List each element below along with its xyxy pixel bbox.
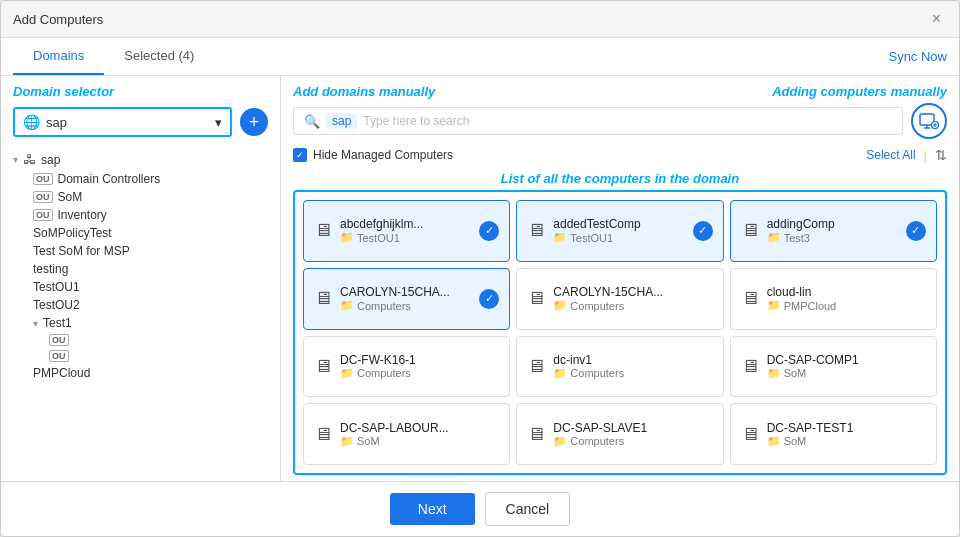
tree-node-test1[interactable]: ▾ Test1 bbox=[29, 314, 280, 332]
select-all-row: Select All | ⇅ bbox=[866, 147, 947, 163]
tree-area: ▾ 🖧 sap OU Domain Controllers OU SoM bbox=[1, 145, 280, 481]
comp-name: dc-inv1 bbox=[553, 353, 712, 367]
plus-icon: + bbox=[249, 113, 260, 131]
computer-card-dc-sap-comp1[interactable]: 🖥 DC-SAP-COMP1 📁SoM bbox=[730, 336, 937, 398]
tabs-row: Domains Selected (4) Sync Now bbox=[1, 38, 959, 76]
folder-icon: 📁 bbox=[767, 299, 781, 312]
left-panel: Domain selector 🌐 sap ▾ + ▾ 🖧 bbox=[1, 76, 281, 481]
comp-name: DC-SAP-LABOUR... bbox=[340, 421, 499, 435]
hide-managed-checkbox[interactable]: ✓ bbox=[293, 148, 307, 162]
comp-ou: 📁Computers bbox=[553, 435, 712, 448]
folder-icon: 📁 bbox=[340, 231, 354, 244]
tree-node-sompolicytest[interactable]: SoMPolicyTest bbox=[29, 224, 280, 242]
tree-node-testou2[interactable]: TestOU2 bbox=[29, 296, 280, 314]
tree-node-inventory[interactable]: OU Inventory bbox=[29, 206, 280, 224]
add-computers-dialog: Add Computers × Domains Selected (4) Syn… bbox=[0, 0, 960, 537]
search-row: 🔍 sap Type here to search bbox=[281, 99, 959, 145]
tree-expand-icon: ▾ bbox=[13, 154, 18, 165]
tree-node-pmpcloud[interactable]: PMPCloud bbox=[29, 364, 280, 382]
comp-ou: 📁TestOU1 bbox=[340, 231, 471, 244]
tree-root-node[interactable]: ▾ 🖧 sap bbox=[13, 149, 280, 170]
domain-select-value: sap bbox=[46, 115, 67, 130]
tree-node-test1-child1[interactable]: OU bbox=[45, 332, 280, 348]
dialog-title: Add Computers bbox=[13, 12, 103, 27]
dialog-footer: Next Cancel bbox=[1, 481, 959, 536]
folder-icon: 📁 bbox=[340, 299, 354, 312]
tree-node-som[interactable]: OU SoM bbox=[29, 188, 280, 206]
search-box: 🔍 sap Type here to search bbox=[293, 107, 903, 135]
tree-children: OU Domain Controllers OU SoM OU Inventor… bbox=[29, 170, 280, 382]
search-tag: sap bbox=[326, 113, 357, 129]
domain-select-dropdown[interactable]: 🌐 sap ▾ bbox=[13, 107, 232, 137]
folder-icon: 📁 bbox=[553, 231, 567, 244]
add-domains-manually-label: Add domains manually bbox=[293, 84, 435, 99]
computer-card-dc-sap-slave1[interactable]: 🖥 DC-SAP-SLAVE1 📁Computers bbox=[516, 403, 723, 465]
computer-card-dc-sap-labour[interactable]: 🖥 DC-SAP-LABOUR... 📁SoM bbox=[303, 403, 510, 465]
comp-ou: 📁SoM bbox=[767, 435, 926, 448]
tree-node-test1-child2[interactable]: OU bbox=[45, 348, 280, 364]
close-button[interactable]: × bbox=[926, 9, 947, 29]
comp-name: addedTestComp bbox=[553, 217, 684, 231]
sync-now-button[interactable]: Sync Now bbox=[888, 49, 947, 64]
tree-node-testou1[interactable]: TestOU1 bbox=[29, 278, 280, 296]
next-button[interactable]: Next bbox=[390, 493, 475, 525]
computer-icon: 🖥 bbox=[314, 356, 332, 377]
computer-icon: 🖥 bbox=[527, 220, 545, 241]
sort-icon[interactable]: ⇅ bbox=[935, 147, 947, 163]
comp-name: DC-SAP-COMP1 bbox=[767, 353, 926, 367]
folder-icon: 📁 bbox=[340, 435, 354, 448]
right-panel: Add domains manually Adding computers ma… bbox=[281, 76, 959, 481]
tree-node-testing[interactable]: testing bbox=[29, 260, 280, 278]
tabs: Domains Selected (4) bbox=[13, 38, 214, 75]
folder-icon: 📁 bbox=[767, 435, 781, 448]
computer-icon: 🖥 bbox=[314, 220, 332, 241]
comp-ou: 📁Computers bbox=[340, 299, 471, 312]
comp-name: DC-FW-K16-1 bbox=[340, 353, 499, 367]
add-computer-icon-button[interactable] bbox=[911, 103, 947, 139]
computer-card-addingcomp[interactable]: 🖥 addingComp 📁Test3 ✓ bbox=[730, 200, 937, 262]
computer-card-dc-sap-test1[interactable]: 🖥 DC-SAP-TEST1 📁SoM bbox=[730, 403, 937, 465]
hide-managed-checkbox-label[interactable]: ✓ Hide Managed Computers bbox=[293, 148, 453, 162]
comp-name: addingComp bbox=[767, 217, 898, 231]
tree-node-test-som-msp[interactable]: Test SoM for MSP bbox=[29, 242, 280, 260]
comp-ou: 📁Computers bbox=[553, 299, 712, 312]
tab-selected[interactable]: Selected (4) bbox=[104, 38, 214, 75]
search-placeholder: Type here to search bbox=[363, 114, 469, 128]
domain-selector-row: 🌐 sap ▾ + bbox=[1, 103, 280, 145]
computer-card-dc-fw[interactable]: 🖥 DC-FW-K16-1 📁Computers bbox=[303, 336, 510, 398]
computer-card-abcdefghijklm[interactable]: 🖥 abcdefghijklm... 📁TestOU1 ✓ bbox=[303, 200, 510, 262]
globe-icon: 🌐 bbox=[23, 114, 40, 130]
folder-icon: 📁 bbox=[767, 367, 781, 380]
comp-check-mark: ✓ bbox=[479, 221, 499, 241]
comp-check-mark: ✓ bbox=[693, 221, 713, 241]
computer-card-dc-inv1[interactable]: 🖥 dc-inv1 📁Computers bbox=[516, 336, 723, 398]
comp-check-mark: ✓ bbox=[906, 221, 926, 241]
add-domain-button[interactable]: + bbox=[240, 108, 268, 136]
folder-icon: 📁 bbox=[553, 435, 567, 448]
computer-card-cloud-lin[interactable]: 🖥 cloud-lin 📁PMPCloud bbox=[730, 268, 937, 330]
computer-icon: 🖥 bbox=[527, 424, 545, 445]
chevron-right-icon: ▾ bbox=[33, 318, 38, 329]
folder-icon: 📁 bbox=[553, 299, 567, 312]
computer-icon: 🖥 bbox=[741, 288, 759, 309]
computer-icon: 🖥 bbox=[741, 220, 759, 241]
comp-ou: 📁TestOU1 bbox=[553, 231, 684, 244]
computer-card-carolyn2[interactable]: 🖥 CAROLYN-15CHA... 📁Computers bbox=[516, 268, 723, 330]
folder-icon: 📁 bbox=[340, 367, 354, 380]
comp-name: CAROLYN-15CHA... bbox=[340, 285, 471, 299]
tree-node-domain-controllers[interactable]: OU Domain Controllers bbox=[29, 170, 280, 188]
domain-icon: 🖧 bbox=[23, 152, 36, 167]
computer-card-addedtestcomp[interactable]: 🖥 addedTestComp 📁TestOU1 ✓ bbox=[516, 200, 723, 262]
select-all-button[interactable]: Select All bbox=[866, 148, 915, 162]
content-area: Domain selector 🌐 sap ▾ + ▾ 🖧 bbox=[1, 76, 959, 481]
dialog-titlebar: Add Computers × bbox=[1, 1, 959, 38]
computer-icon: 🖥 bbox=[314, 424, 332, 445]
computers-grid: 🖥 abcdefghijklm... 📁TestOU1 ✓ 🖥 addedTes… bbox=[293, 190, 947, 475]
comp-ou: 📁Computers bbox=[340, 367, 499, 380]
computer-card-carolyn1[interactable]: 🖥 CAROLYN-15CHA... 📁Computers ✓ bbox=[303, 268, 510, 330]
comp-ou: 📁Computers bbox=[553, 367, 712, 380]
tab-domains[interactable]: Domains bbox=[13, 38, 104, 75]
comp-name: CAROLYN-15CHA... bbox=[553, 285, 712, 299]
cancel-button[interactable]: Cancel bbox=[485, 492, 571, 526]
comp-ou: 📁Test3 bbox=[767, 231, 898, 244]
